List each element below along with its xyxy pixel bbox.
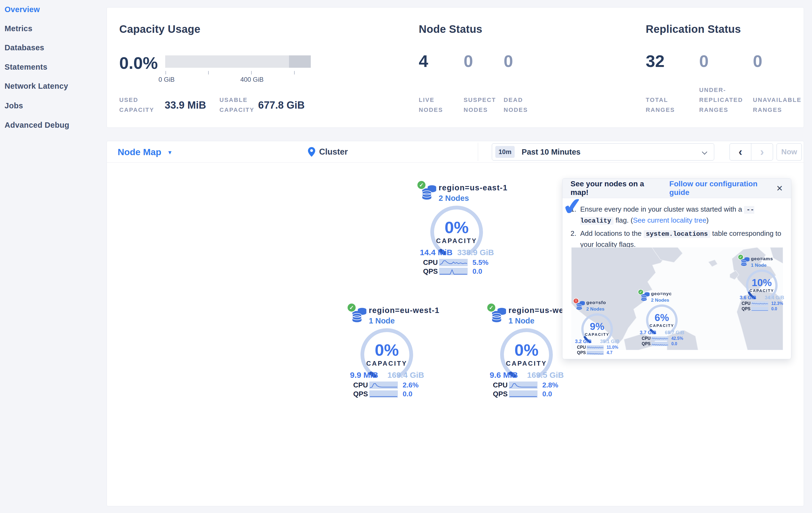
sidebar-item-metrics[interactable]: Metrics [5,23,32,34]
used-capacity-value: 33.9 MiB [165,100,206,111]
cpu-label: CPU [577,345,586,350]
capacity-axis-tick [251,71,252,75]
sidebar-item-network-latency[interactable]: Network Latency [5,81,68,91]
mini-node-group-geo-nyc[interactable]: geo=nyc 2 Nodes 6% CAPACITY 3.7 GiB 65.7… [638,290,685,347]
used-capacity: 14.4 MiB [420,248,453,257]
sidebar-item-jobs[interactable]: Jobs [5,100,23,111]
nodemap-setup-popup: See your nodes on a map! Follow our conf… [562,178,791,359]
mini-node-group-geo-sfo[interactable]: geo=sfo 2 Nodes 9% CAPACITY 3.2 GiB 35.1… [574,299,620,355]
cpu-label: CPU [353,381,369,389]
capacity-axis-tick [294,71,295,75]
total-ranges-value: 32 [646,51,665,71]
qps-sparkline [369,390,398,398]
usable-capacity-value: 677.8 GiB [258,100,304,111]
time-range-selector[interactable]: 10m Past 10 Minutes [492,143,714,161]
locality-tree-link[interactable]: See current locality tree [633,216,706,224]
view-selector-label: Node Map [118,147,161,157]
total-capacity: 65.7 GiB [665,330,684,335]
capacity-percent: 6% [646,312,678,323]
cpu-sparkline [369,381,398,389]
live-nodes-label: LIVE NODES [419,95,450,115]
step-text: flag. ( [613,216,633,224]
nodes-count-link[interactable]: 1 Node [369,317,439,325]
total-capacity: 35.1 GiB [600,339,619,344]
cpu-sparkline [651,336,669,341]
step-text: Ensure every node in your cluster was st… [580,205,744,213]
nodes-count-link[interactable]: 2 Nodes [439,194,508,203]
node-healthy-icon [347,303,356,313]
configuration-guide-link[interactable]: Follow our configuration guide [669,180,776,197]
total-ranges-label: TOTAL RANGES [646,95,680,115]
capacity-percent: 0% [360,341,414,359]
breadcrumb[interactable]: Cluster [308,141,348,163]
popup-header: See your nodes on a map! Follow our conf… [562,179,791,198]
popup-title: See your nodes on a map! [571,180,661,197]
region-node-group-eu-west-1[interactable]: region=eu-west-1 1 Node 0% CAPACITY 9.9 … [348,304,426,399]
locality-label: geo=nyc [651,291,672,297]
setup-step-2: 2. Add locations to the system.locations… [571,228,783,250]
qps-label: QPS [423,267,439,276]
time-step-control: ‹ › [729,143,773,161]
step-number: 1. [571,204,580,226]
nodes-count-link[interactable]: 1 Node [751,263,773,268]
now-button[interactable]: Now [777,143,802,161]
capacity-label: CAPACITY [500,360,553,367]
qps-value: 0.0 [542,390,552,398]
time-step-forward-button[interactable]: › [751,143,773,160]
used-capacity: 9.6 MiB [490,371,518,380]
qps-sparkline [587,351,604,355]
node-healthy-icon [638,289,644,295]
sidebar-item-databases[interactable]: Databases [5,42,44,53]
qps-value: 4.7 [607,350,612,355]
step-text: ) [706,216,709,224]
dead-nodes-label: DEAD NODES [504,95,534,115]
db-console-overview-page: Overview Metrics Databases Statements Ne… [0,0,812,513]
mini-node-group-geo-ams[interactable]: geo=ams 1 Node 10% CAPACITY 3.6 GiB 34.4… [738,255,785,312]
cpu-label: CPU [423,259,439,267]
locality-label: geo=ams [751,256,773,262]
chevron-down-icon [702,149,707,155]
qps-label: QPS [642,342,651,347]
cpu-value: 11.0% [607,345,618,350]
used-capacity-label: USED CAPACITY [119,95,157,115]
region-node-group-us-east-1[interactable]: region=us-east-1 2 Nodes 0% CAPACITY 14.… [418,182,496,276]
capacity-axis-label-400: 400 GiB [240,76,264,83]
unavailable-ranges-label: UNAVAILABLE RANGES [753,95,801,115]
qps-sparkline [751,307,768,311]
qps-value: 0.0 [472,267,482,276]
locality-label: geo=sfo [586,300,606,305]
capacity-label: CAPACITY [746,289,778,293]
node-warning-icon [573,298,579,304]
capacity-label: CAPACITY [430,237,484,245]
time-step-back-button[interactable]: ‹ [730,143,751,160]
capacity-bar [165,55,311,68]
toolbar-divider [478,143,478,161]
capacity-percent: 0% [430,218,484,237]
location-pin-icon [308,147,315,157]
capacity-label: CAPACITY [360,360,414,367]
close-icon[interactable] [776,184,783,193]
capacity-axis-label-0: 0 GiB [158,76,175,83]
nodes-count-link[interactable]: 2 Nodes [586,306,606,312]
capacity-percent-value: 0.0% [119,53,158,73]
view-selector-dropdown[interactable]: Node Map ▼ [118,141,172,163]
popup-body: 1. Ensure every node in your cluster was… [562,198,791,250]
sidebar-item-overview[interactable]: Overview [5,4,40,15]
replication-status-title: Replication Status [646,23,741,35]
sidebar-item-statements[interactable]: Statements [5,61,47,72]
node-healthy-icon [416,180,426,190]
total-capacity: 169.5 GiB [527,371,564,380]
sidebar-item-advanced-debug[interactable]: Advanced Debug [5,120,69,130]
cpu-value: 2.8% [542,381,558,389]
time-range-badge: 10m [495,146,515,158]
cpu-sparkline [509,381,538,389]
nodes-count-link[interactable]: 2 Nodes [651,297,672,303]
cpu-value: 5.5% [472,259,488,267]
cpu-value: 42.5% [671,336,683,341]
capacity-bar-other-segment [289,55,311,68]
region-node-group-us-west-1[interactable]: region=us-west-1 1 Node 0% CAPACITY 9.6 … [488,304,566,399]
qps-label: QPS [353,390,369,398]
used-capacity: 3.7 GiB [640,330,657,335]
used-capacity: 9.9 MiB [350,371,378,380]
live-nodes-value: 4 [419,51,428,71]
